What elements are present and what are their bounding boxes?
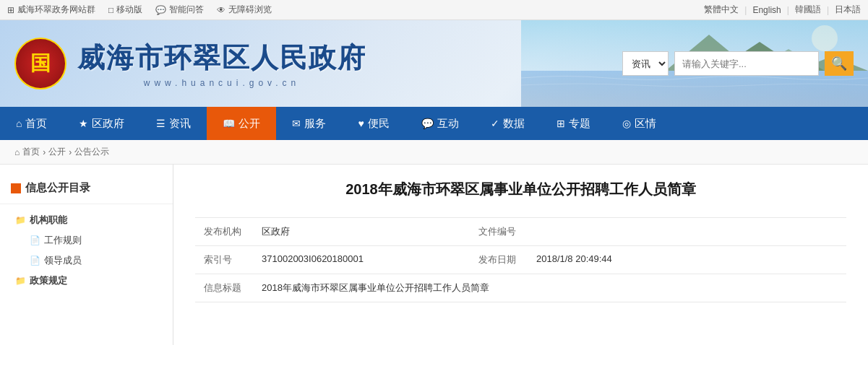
sidebar: 信息公开目录 📁 机构职能 📄 工作规则 📄 领导成员 📁 政策规定 bbox=[0, 165, 173, 345]
sidebar-title: 信息公开目录 bbox=[0, 175, 173, 204]
tree-item-gonguoguize[interactable]: 📄 工作规则 bbox=[7, 230, 173, 250]
location-icon: ◎ bbox=[622, 118, 631, 129]
tree-item-lingdaochengyuan[interactable]: 📄 领导成员 bbox=[7, 250, 173, 271]
speech-icon: 💬 bbox=[421, 118, 434, 129]
article-area: 2018年威海市环翠区属事业单位公开招聘工作人员简章 发布机构 区政府 文件编号… bbox=[173, 165, 868, 345]
chat-icon: 💬 bbox=[155, 5, 166, 15]
article-title: 2018年威海市环翠区属事业单位公开招聘工作人员简章 bbox=[195, 179, 846, 199]
mobile-link[interactable]: □ 移动版 bbox=[108, 4, 142, 16]
check-icon: ✓ bbox=[491, 118, 499, 129]
article-meta-table: 发布机构 区政府 文件编号 索引号 371002003I0620180001 发… bbox=[195, 217, 846, 302]
breadcrumb: ⌂ 首页 › 公开 › 公告公示 bbox=[0, 140, 868, 165]
breadcrumb-current: 公告公示 bbox=[74, 146, 109, 158]
top-bar: ⊞ 威海环翠政务网站群 □ 移动版 💬 智能问答 👁 无障碍浏览 繁體中文 | … bbox=[0, 0, 868, 20]
trad-chinese-link[interactable]: 繁體中文 bbox=[704, 4, 739, 16]
search-icon: 🔍 bbox=[831, 56, 847, 71]
list-icon: ☰ bbox=[156, 118, 166, 129]
mail-icon: ✉ bbox=[292, 118, 301, 129]
label-weijianbiaohao: 文件编号 bbox=[470, 218, 528, 246]
nav-district-info[interactable]: ◎ 区情 bbox=[606, 107, 672, 140]
nav-topics[interactable]: ⊞ 专题 bbox=[541, 107, 606, 140]
star-icon: ★ bbox=[79, 118, 88, 129]
smart-qa-link[interactable]: 💬 智能问答 bbox=[155, 4, 204, 16]
meta-row-2: 索引号 371002003I0620180001 发布日期 2018/1/8 2… bbox=[195, 246, 846, 274]
header: 国 威海市环翠区人民政府 www.huancui.gov.cn 资讯 🔍 bbox=[0, 20, 868, 107]
value-fabuerqi: 2018/1/8 20:49:44 bbox=[528, 246, 846, 274]
sidebar-title-icon bbox=[11, 183, 21, 193]
main-nav: ⌂ 首页 ★ 区政府 ☰ 资讯 📖 公开 ✉ 服务 ♥ 便民 💬 互动 ✓ 数据… bbox=[0, 107, 868, 140]
site-url: www.huancui.gov.cn bbox=[77, 78, 366, 88]
breadcrumb-sep2: › bbox=[69, 147, 72, 157]
home-icon: ⌂ bbox=[16, 118, 22, 129]
search-input[interactable] bbox=[674, 51, 819, 76]
english-link[interactable]: English bbox=[752, 5, 781, 15]
label-fabujigou: 发布机构 bbox=[195, 218, 253, 246]
top-bar-right: 繁體中文 | English | 韓國語 | 日本語 bbox=[704, 4, 861, 16]
home-breadcrumb-icon: ⌂ bbox=[14, 147, 20, 157]
top-bar-left: ⊞ 威海环翠政务网站群 □ 移动版 💬 智能问答 👁 无障碍浏览 bbox=[7, 4, 272, 16]
nav-service[interactable]: ✉ 服务 bbox=[276, 107, 342, 140]
header-left: 国 威海市环翠区人民政府 www.huancui.gov.cn bbox=[14, 38, 366, 90]
meta-row-3: 信息标题 2018年威海市环翠区属事业单位公开招聘工作人员简章 bbox=[195, 274, 846, 302]
sidebar-tree: 📁 机构职能 📄 工作规则 📄 领导成员 📁 政策规定 bbox=[0, 210, 173, 291]
nav-district-gov[interactable]: ★ 区政府 bbox=[63, 107, 140, 140]
label-xinxibiaoti: 信息标题 bbox=[195, 274, 253, 302]
nav-data[interactable]: ✓ 数据 bbox=[475, 107, 541, 140]
breadcrumb-open[interactable]: 公开 bbox=[48, 146, 66, 158]
label-suoyinhao: 索引号 bbox=[195, 246, 253, 274]
folder-open-icon: 📁 bbox=[14, 215, 26, 225]
sep2: | bbox=[787, 5, 789, 15]
tree-item-zhengceguiding[interactable]: 📁 政策规定 bbox=[7, 271, 173, 291]
book-icon: 📖 bbox=[223, 118, 235, 129]
svg-point-6 bbox=[812, 25, 838, 51]
file-icon-1: 📄 bbox=[29, 235, 40, 245]
japanese-link[interactable]: 日本語 bbox=[835, 4, 861, 16]
accessible-link[interactable]: 👁 无障碍浏览 bbox=[217, 4, 272, 16]
site-group-link[interactable]: ⊞ 威海环翠政务网站群 bbox=[7, 4, 95, 16]
heart-icon: ♥ bbox=[358, 118, 364, 129]
value-fabujigou: 区政府 bbox=[253, 218, 470, 246]
nav-interact[interactable]: 💬 互动 bbox=[405, 107, 475, 140]
breadcrumb-sep1: › bbox=[43, 147, 46, 157]
korean-link[interactable]: 韓國語 bbox=[795, 4, 821, 16]
nav-convenient[interactable]: ♥ 便民 bbox=[342, 107, 405, 140]
site-title: 威海市环翠区人民政府 bbox=[77, 40, 366, 77]
meta-row-1: 发布机构 区政府 文件编号 bbox=[195, 218, 846, 246]
nav-news[interactable]: ☰ 资讯 bbox=[140, 107, 207, 140]
search-category-select[interactable]: 资讯 bbox=[622, 51, 669, 76]
tree-item-jigoujineng[interactable]: 📁 机构职能 bbox=[7, 210, 173, 230]
grid-icon: ⊞ bbox=[7, 5, 14, 15]
folder-icon-2: 📁 bbox=[14, 276, 26, 286]
grid-nav-icon: ⊞ bbox=[557, 118, 565, 129]
mobile-icon: □ bbox=[108, 5, 113, 15]
nav-open[interactable]: 📖 公开 bbox=[207, 107, 276, 140]
file-icon-2: 📄 bbox=[29, 256, 40, 266]
value-weijianbiaohao bbox=[528, 218, 846, 246]
logo: 国 bbox=[14, 38, 66, 90]
label-faburqi: 发布日期 bbox=[470, 246, 528, 274]
search-button[interactable]: 🔍 bbox=[825, 51, 854, 76]
sep3: | bbox=[827, 5, 829, 15]
main-content: 信息公开目录 📁 机构职能 📄 工作规则 📄 领导成员 📁 政策规定 bbox=[0, 165, 868, 345]
breadcrumb-home[interactable]: 首页 bbox=[22, 146, 40, 158]
nav-home[interactable]: ⌂ 首页 bbox=[0, 107, 63, 140]
value-xinxibiaoti: 2018年威海市环翠区属事业单位公开招聘工作人员简章 bbox=[253, 274, 846, 302]
search-area: 资讯 🔍 bbox=[622, 51, 854, 76]
value-suoyinhao: 371002003I0620180001 bbox=[253, 246, 470, 274]
sep1: | bbox=[744, 5, 747, 15]
eye-icon: 👁 bbox=[217, 5, 225, 15]
title-block: 威海市环翠区人民政府 www.huancui.gov.cn bbox=[77, 40, 366, 88]
